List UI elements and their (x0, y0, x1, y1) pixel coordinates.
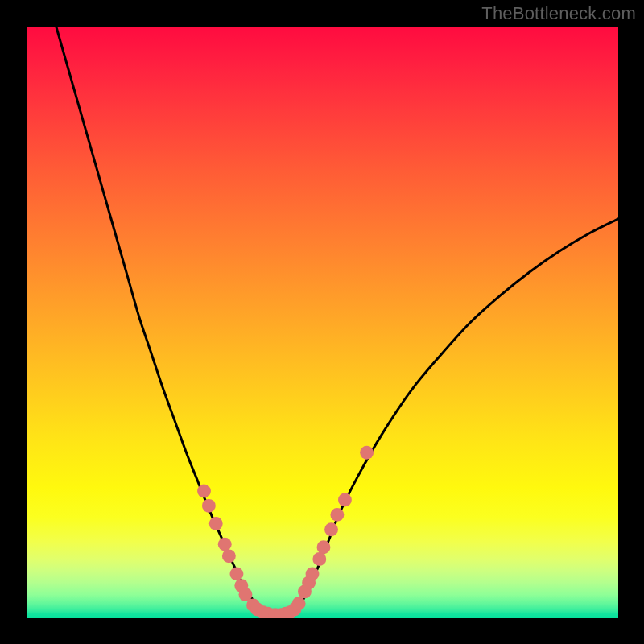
data-marker (312, 552, 326, 566)
data-marker (324, 522, 338, 536)
data-marker (306, 567, 320, 580)
data-marker (330, 508, 344, 522)
chart-svg (27, 27, 618, 618)
watermark-text: TheBottleneck.com (481, 3, 636, 24)
data-marker (229, 567, 243, 580)
data-marker (209, 517, 223, 530)
plot-area (27, 27, 618, 618)
chart-frame: TheBottleneck.com (0, 0, 644, 644)
data-marker (360, 446, 374, 460)
data-marker (292, 597, 306, 610)
data-marker (222, 549, 236, 563)
data-marker (338, 493, 352, 507)
data-marker (202, 499, 216, 513)
data-marker (218, 538, 232, 551)
data-marker (317, 540, 331, 554)
data-marker (197, 485, 211, 498)
